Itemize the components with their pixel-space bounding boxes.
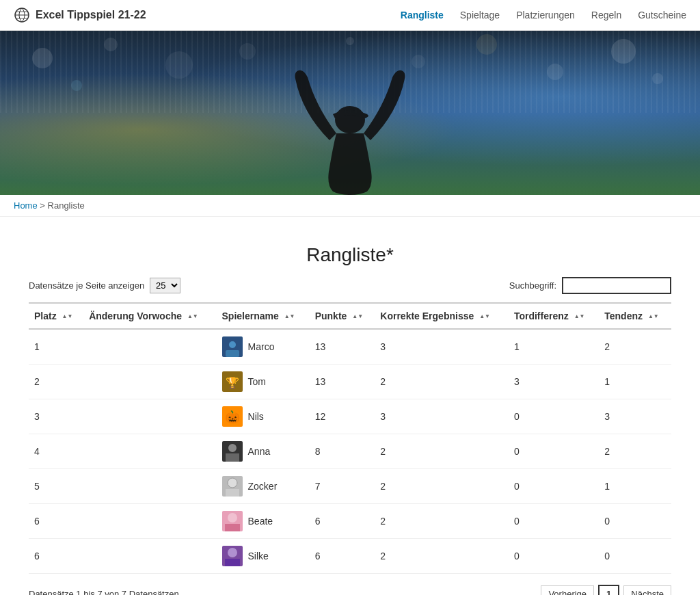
cell-tordifferenz: 0: [509, 469, 599, 504]
col-platz[interactable]: Platz ▲▼: [29, 303, 83, 329]
col-punkte[interactable]: Punkte ▲▼: [310, 303, 375, 329]
cell-aenderung: [83, 434, 216, 469]
ranking-table: Platz ▲▼ Änderung Vorwoche ▲▼ Spielernam…: [29, 302, 671, 574]
table-row: 3 🎃 Nils 12 3 0 3: [29, 399, 671, 434]
col-tordifferenz[interactable]: Tordifferenz ▲▼: [509, 303, 599, 329]
cell-tendenz: 0: [599, 504, 671, 539]
pagination-controls: Vorherige 1 Nächste: [541, 585, 671, 595]
svg-point-5: [611, 39, 636, 64]
svg-rect-25: [226, 489, 239, 497]
table-row: 5 Zocker 7 2 0 1: [29, 469, 671, 504]
sort-tendenz-icon: ▲▼: [648, 314, 659, 319]
cell-spielername: 🏆 Tom: [217, 365, 310, 399]
site-logo: Excel Tippspiel 21-22: [14, 7, 146, 23]
svg-point-14: [229, 341, 236, 348]
svg-point-9: [71, 80, 82, 91]
hero-image: [0, 31, 700, 195]
sort-platz-icon: ▲▼: [62, 314, 73, 319]
svg-point-27: [228, 513, 237, 523]
per-page-control: Datensätze je Seite anzeigen 25 10 50: [29, 278, 183, 293]
controls-row: Datensätze je Seite anzeigen 25 10 50 Su…: [29, 277, 671, 294]
cell-spielername: Anna: [217, 434, 310, 469]
hero-bokeh: [0, 31, 700, 195]
player-cell: Beate: [222, 511, 304, 531]
svg-point-3: [104, 38, 118, 51]
breadcrumb-separator: >: [40, 200, 45, 211]
svg-point-6: [547, 64, 563, 80]
svg-point-8: [476, 34, 497, 55]
player-name: Silke: [248, 551, 269, 561]
cell-punkte: 13: [310, 365, 375, 399]
avatar: [222, 476, 243, 497]
sort-tordifferenz-icon: ▲▼: [574, 314, 585, 319]
sort-aenderung-icon: ▲▼: [187, 314, 198, 319]
cell-platz: 4: [29, 434, 83, 469]
page-title: Rangliste*: [29, 244, 671, 266]
cell-tordifferenz: 1: [509, 329, 599, 365]
cell-punkte: 6: [310, 539, 375, 574]
col-tendenz[interactable]: Tendenz ▲▼: [599, 303, 671, 329]
next-button[interactable]: Nächste: [623, 585, 671, 595]
page-1-button[interactable]: 1: [598, 585, 619, 595]
svg-rect-31: [225, 559, 240, 566]
table-header-row: Platz ▲▼ Änderung Vorwoche ▲▼ Spielernam…: [29, 303, 671, 329]
breadcrumb-home[interactable]: Home: [14, 200, 38, 211]
svg-point-12: [412, 55, 425, 68]
cell-platz: 2: [29, 365, 83, 399]
table-row: 2 🏆 Tom 13 2 3 1: [29, 365, 671, 399]
svg-text:🎃: 🎃: [225, 410, 241, 425]
per-page-label: Datensätze je Seite anzeigen: [29, 280, 144, 291]
per-page-select[interactable]: 25 10 50: [150, 278, 180, 293]
prev-button[interactable]: Vorherige: [541, 585, 594, 595]
cell-punkte: 7: [310, 469, 375, 504]
cell-tendenz: 3: [599, 399, 671, 434]
cell-tendenz: 2: [599, 329, 671, 365]
player-cell: 🎃 Nils: [222, 406, 304, 427]
cell-platz: 6: [29, 504, 83, 539]
search-input[interactable]: [562, 277, 671, 294]
logo-icon: [14, 7, 30, 23]
cell-korrekte: 3: [375, 329, 509, 365]
cell-tendenz: 2: [599, 434, 671, 469]
nav-regeln[interactable]: Regeln: [591, 10, 621, 21]
sort-punkte-icon: ▲▼: [352, 314, 363, 319]
col-aenderung[interactable]: Änderung Vorwoche ▲▼: [83, 303, 216, 329]
nav-platzierungen[interactable]: Platzierungen: [516, 10, 575, 21]
svg-point-11: [346, 37, 354, 45]
breadcrumb: Home > Rangliste: [0, 195, 700, 217]
avatar: [222, 336, 243, 357]
cell-korrekte: 2: [375, 434, 509, 469]
main-nav: Rangliste Spieltage Platzierungen Regeln…: [401, 10, 686, 21]
header: Excel Tippspiel 21-22 Rangliste Spieltag…: [0, 0, 700, 31]
player-name: Marco: [248, 341, 275, 352]
nav-rangliste[interactable]: Rangliste: [401, 10, 444, 21]
pagination-area: Datensätze 1 bis 7 von 7 Datensätzen Vor…: [29, 585, 671, 595]
svg-text:🏆: 🏆: [226, 376, 239, 389]
svg-point-10: [239, 43, 256, 60]
svg-point-30: [228, 548, 237, 557]
cell-platz: 5: [29, 469, 83, 504]
col-korrekte[interactable]: Korrekte Ergebnisse ▲▼: [375, 303, 509, 329]
sort-korrekte-icon: ▲▼: [479, 314, 490, 319]
player-cell: Zocker: [222, 476, 304, 497]
cell-platz: 1: [29, 329, 83, 365]
search-area: Suchbegriff:: [509, 277, 671, 294]
cell-punkte: 12: [310, 399, 375, 434]
cell-aenderung: [83, 539, 216, 574]
cell-punkte: 8: [310, 434, 375, 469]
table-row: 4 Anna 8 2 0 2: [29, 434, 671, 469]
avatar: [222, 511, 243, 531]
cell-spielername: Beate: [217, 504, 310, 539]
avatar: [222, 441, 243, 462]
cell-tendenz: 1: [599, 469, 671, 504]
cell-spielername: Silke: [217, 539, 310, 574]
cell-tendenz: 1: [599, 365, 671, 399]
cell-aenderung: [83, 365, 216, 399]
avatar: 🏆: [222, 371, 243, 392]
table-row: 6 Silke 6 2 0 0: [29, 539, 671, 574]
player-name: Tom: [248, 376, 266, 387]
col-spielername[interactable]: Spielername ▲▼: [217, 303, 310, 329]
svg-point-4: [165, 51, 193, 79]
nav-gutscheine[interactable]: Gutscheine: [638, 10, 686, 21]
nav-spieltage[interactable]: Spieltage: [460, 10, 500, 21]
